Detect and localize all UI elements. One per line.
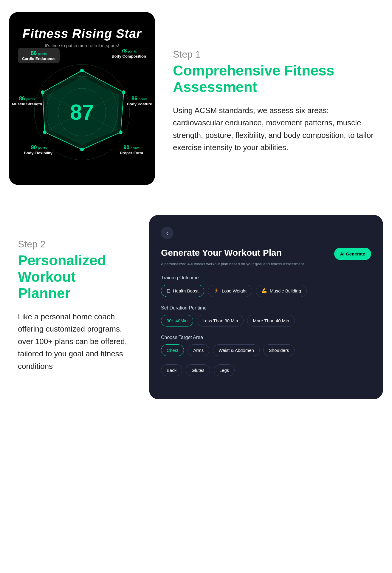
muscle-points: 86 bbox=[19, 96, 25, 102]
step1-number: Step 1 bbox=[173, 49, 374, 60]
arms-label: Arms bbox=[193, 348, 204, 353]
muscle-label: points bbox=[26, 97, 35, 101]
duration-30-40-label: 30~ 40Min bbox=[167, 318, 188, 323]
duration-pills: 30~ 40Min Less Than 30 Min More Than 40 … bbox=[161, 315, 371, 326]
body-comp-name: Body Composition bbox=[111, 54, 146, 58]
target-area-row1: Chest Arms Waist & Abdomen Shoulders bbox=[161, 344, 371, 356]
back-button[interactable]: ‹ bbox=[161, 227, 173, 239]
health-boost-icon: ⊟ bbox=[167, 288, 171, 294]
back-label: Back bbox=[167, 368, 176, 373]
pill-health-boost[interactable]: ⊟ Health Boost bbox=[161, 285, 204, 297]
stat-cardio: 86 points Cardio Endurance bbox=[18, 48, 60, 63]
planner-subtitle: A personalized 4-6 weeks workout plan ba… bbox=[161, 262, 371, 266]
health-boost-label: Health Boost bbox=[173, 288, 199, 293]
muscle-building-label: Muscle Building bbox=[270, 288, 301, 293]
step2-title: Personalized Workout Planner bbox=[18, 252, 131, 302]
posture-points: 86 bbox=[131, 96, 137, 102]
flexibility-label: points bbox=[38, 146, 47, 150]
step2-description: Like a personal home coach offering cust… bbox=[18, 311, 131, 373]
fitness-card: Fitness Rising Star It's time to put in … bbox=[9, 12, 155, 185]
stat-body-posture: 86 points Body Posture bbox=[127, 96, 152, 106]
fitness-card-title: Fitness Rising Star bbox=[22, 27, 141, 41]
glutes-label: Glutes bbox=[191, 368, 204, 373]
target-back[interactable]: Back bbox=[161, 364, 182, 376]
step2-content: Step 2 Personalized Workout Planner Like… bbox=[18, 215, 131, 373]
target-glutes[interactable]: Glutes bbox=[186, 364, 210, 376]
target-waist[interactable]: Waist & Abdomen bbox=[213, 344, 260, 356]
stat-proper-form: 90 points Proper Form bbox=[120, 144, 143, 155]
target-legs[interactable]: Legs bbox=[214, 364, 235, 376]
step1-content: Step 1 Comprehensive Fitness Assessment … bbox=[173, 43, 374, 154]
posture-name: Body Posture bbox=[127, 102, 152, 106]
lose-weight-label: Lose Weight bbox=[222, 288, 247, 293]
top-section: Fitness Rising Star It's time to put in … bbox=[0, 0, 392, 197]
duration-more-40[interactable]: More Than 40 Min bbox=[247, 315, 295, 326]
training-outcome-label: Training Outcome bbox=[161, 275, 371, 281]
planner-title: Generate Your Workout Plan bbox=[161, 248, 282, 258]
duration-more-40-label: More Than 40 Min bbox=[253, 318, 289, 323]
posture-label: points bbox=[139, 97, 147, 101]
legs-label: Legs bbox=[219, 368, 229, 373]
stat-muscle: 86 points Muscle Strength bbox=[12, 96, 42, 106]
step2-number: Step 2 bbox=[18, 239, 131, 250]
radar-center-score: 87 bbox=[70, 100, 94, 124]
ai-generate-button[interactable]: AI Generate bbox=[334, 248, 371, 260]
shoulders-label: Shoulders bbox=[269, 348, 289, 353]
waist-label: Waist & Abdomen bbox=[219, 348, 254, 353]
target-area-row2: Back Glutes Legs bbox=[161, 364, 371, 376]
cardio-label: points bbox=[38, 52, 47, 56]
duration-less-30-label: Less Than 30 Min bbox=[202, 318, 238, 323]
pill-muscle-building[interactable]: 💪 Muscle Building bbox=[256, 285, 307, 297]
stat-body-comp: 78 points Body Composition bbox=[111, 48, 146, 58]
target-area-label: Choose Target Area bbox=[161, 335, 371, 340]
bottom-section: Step 2 Personalized Workout Planner Like… bbox=[0, 197, 392, 417]
chest-label: Chest bbox=[167, 348, 178, 353]
stat-flexibility: 90 points Body Flexibility! bbox=[24, 144, 54, 155]
lose-weight-icon: 🏃 bbox=[213, 288, 219, 294]
duration-less-30[interactable]: Less Than 30 Min bbox=[197, 315, 244, 326]
target-chest[interactable]: Chest bbox=[161, 344, 184, 356]
step1-title: Comprehensive Fitness Assessment bbox=[173, 62, 374, 95]
flexibility-points: 90 bbox=[31, 144, 37, 151]
cardio-points: 86 bbox=[31, 50, 37, 56]
planner-header: Generate Your Workout Plan AI Generate bbox=[161, 248, 371, 260]
duration-label: Set Duration Per time bbox=[161, 305, 371, 311]
training-outcome-pills: ⊟ Health Boost 🏃 Lose Weight 💪 Muscle Bu… bbox=[161, 285, 371, 297]
body-comp-label: points bbox=[128, 50, 137, 53]
muscle-building-icon: 💪 bbox=[261, 288, 267, 294]
planner-card: ‹ Generate Your Workout Plan AI Generate… bbox=[149, 215, 383, 399]
back-arrow-icon: ‹ bbox=[166, 230, 168, 236]
muscle-name: Muscle Strength bbox=[12, 102, 42, 106]
pill-lose-weight[interactable]: 🏃 Lose Weight bbox=[208, 285, 252, 297]
step1-description: Using ACSM standards, we assess six area… bbox=[173, 104, 374, 154]
proper-form-name: Proper Form bbox=[120, 151, 143, 155]
fitness-card-subtitle: It's time to put in more effrot in sport… bbox=[45, 43, 119, 48]
target-arms[interactable]: Arms bbox=[188, 344, 209, 356]
flexibility-name: Body Flexibility! bbox=[24, 151, 54, 155]
target-shoulders[interactable]: Shoulders bbox=[263, 344, 295, 356]
proper-form-points: 90 bbox=[123, 144, 129, 151]
body-comp-points: 78 bbox=[121, 48, 127, 54]
proper-form-label: points bbox=[131, 146, 139, 150]
cardio-name: Cardio Endurance bbox=[22, 56, 55, 61]
duration-30-40[interactable]: 30~ 40Min bbox=[161, 315, 193, 326]
